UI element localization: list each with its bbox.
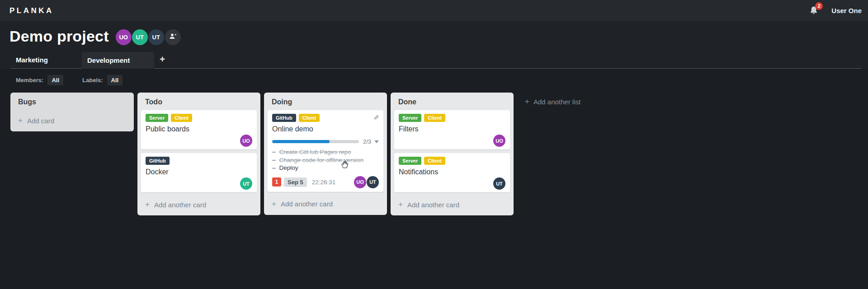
edit-card-icon[interactable]: ✎ [373, 114, 379, 122]
list-title[interactable]: Todo [137, 93, 260, 110]
filter-bar: Members: All Labels: All [0, 69, 868, 85]
list-title[interactable]: Bugs [10, 93, 134, 110]
topbar-right: 2 User One [808, 5, 862, 17]
add-board-button[interactable]: + [154, 51, 170, 68]
task-dash: – [272, 156, 276, 164]
members-filter-value[interactable]: All [47, 75, 63, 85]
member-avatar[interactable]: UT [240, 177, 252, 190]
add-member-button[interactable] [165, 29, 181, 45]
card-footer: 1 Sep 5 22:26:31 UO UT [272, 176, 379, 189]
task-list: – Create GitHub Pages repo – Change code… [272, 148, 379, 172]
member-avatar[interactable]: UO [493, 135, 505, 147]
labels-filter-value[interactable]: All [107, 75, 123, 85]
due-date-badge[interactable]: Sep 5 [284, 177, 307, 187]
progress-count: 2/3 [363, 138, 371, 145]
card-label: GitHub [146, 157, 170, 165]
notifications-button[interactable]: 2 [808, 5, 820, 17]
add-another-list-button[interactable]: + Add another list [525, 97, 580, 106]
add-card-label: Add another card [281, 200, 333, 208]
person-add-icon [169, 32, 177, 42]
members-filter-label: Members: [16, 77, 43, 84]
add-card-label: Add another card [154, 201, 206, 209]
board-tabs: Marketing Development + [10, 51, 862, 69]
timer-value[interactable]: 22:26:31 [312, 179, 336, 186]
card-title: Filters [399, 125, 505, 133]
member-avatar[interactable]: UT [148, 29, 164, 45]
card-docker[interactable]: GitHub Docker UT [141, 153, 257, 192]
plus-icon: + [18, 116, 23, 125]
user-menu[interactable]: User One [831, 7, 862, 14]
card-label: Server [399, 157, 421, 165]
project-title[interactable]: Demo project [9, 28, 109, 45]
task-dash: – [272, 148, 276, 156]
task-item[interactable]: – Deploy [272, 164, 379, 172]
card-label: Client [424, 114, 445, 122]
card-label: Server [146, 114, 168, 122]
list-title[interactable]: Doing [264, 93, 387, 110]
card-label: GitHub [272, 114, 296, 122]
notifications-count-badge: 1 [272, 177, 281, 186]
chevron-down-icon[interactable] [374, 140, 379, 143]
card-title: Notifications [399, 168, 505, 176]
member-avatar[interactable]: UO [240, 135, 252, 147]
member-avatar[interactable]: UT [493, 177, 505, 190]
task-item[interactable]: – Create GitHub Pages repo [272, 148, 379, 156]
list-todo: Todo Server Client Public boards UO GitH… [137, 93, 260, 215]
card-title: Docker [146, 168, 252, 176]
card-label: Server [399, 114, 421, 122]
plus-icon: + [525, 97, 529, 106]
add-card-label: Add card [27, 117, 54, 125]
task-item[interactable]: – Change code for offline version [272, 156, 379, 164]
member-avatar[interactable]: UT [367, 176, 379, 188]
card-label: Client [424, 157, 445, 165]
add-another-card-button[interactable]: + Add another card [264, 196, 387, 214]
top-bar: PLANKA 2 User One [0, 0, 868, 21]
task-text: Create GitHub Pages repo [279, 148, 351, 156]
list-doing: Doing GitHub Client ✎ Online demo 2/3 – … [264, 93, 387, 215]
task-dash: – [272, 164, 276, 172]
card-title: Online demo [272, 125, 379, 133]
add-card-label: Add another card [407, 201, 459, 209]
labels-filter-label: Labels: [82, 77, 103, 84]
list-title[interactable]: Done [391, 93, 514, 110]
task-text: Change code for offline version [279, 156, 364, 164]
card-filters[interactable]: Server Client Filters UO [394, 110, 510, 149]
add-another-card-button[interactable]: + Add another card [137, 196, 260, 214]
tab-marketing[interactable]: Marketing [10, 51, 82, 68]
list-bugs: Bugs + Add card [10, 93, 134, 131]
add-card-button[interactable]: + Add card [10, 110, 134, 131]
card-label: Client [299, 114, 320, 122]
task-text: Deploy [279, 164, 298, 172]
tab-development[interactable]: Development [82, 52, 154, 69]
list-done: Done Server Client Filters UO Server Cli… [391, 93, 514, 215]
add-another-card-button[interactable]: + Add another card [391, 196, 514, 214]
add-list-label: Add another list [533, 98, 580, 106]
member-avatar[interactable]: UO [116, 29, 132, 45]
card-label: Client [171, 114, 192, 122]
card-title: Public boards [146, 125, 252, 133]
project-members: UO UT UT [116, 29, 181, 45]
plus-icon: + [145, 200, 150, 209]
project-header: Demo project UO UT UT Marketing Developm… [0, 21, 868, 69]
plus-icon: + [398, 200, 403, 209]
progress-bar[interactable] [272, 140, 359, 143]
tasks-progress: 2/3 [272, 138, 379, 145]
card-online-demo[interactable]: GitHub Client ✎ Online demo 2/3 – Create… [268, 110, 383, 192]
progress-fill [272, 140, 330, 143]
card-public-boards[interactable]: Server Client Public boards UO [141, 110, 257, 149]
planka-logo[interactable]: PLANKA [9, 6, 54, 15]
kanban-board: Bugs + Add card Todo Server Client Publi… [0, 85, 868, 215]
member-avatar[interactable]: UO [354, 176, 366, 188]
notifications-count-badge: 2 [815, 2, 823, 10]
member-avatar[interactable]: UT [132, 29, 148, 45]
plus-icon: + [272, 200, 276, 209]
card-notifications[interactable]: Server Client Notifications UT [394, 153, 510, 192]
